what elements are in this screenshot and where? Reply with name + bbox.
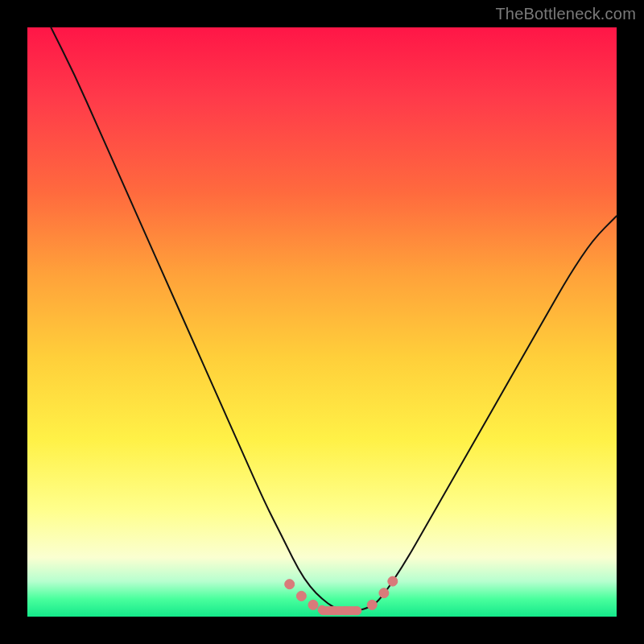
chart-frame: TheBottleneck.com <box>0 0 644 644</box>
curve-marker-dot <box>341 607 349 615</box>
curve-marker-dot <box>285 580 295 589</box>
curve-marker-dot <box>353 607 361 615</box>
watermark-text: TheBottleneck.com <box>495 5 636 23</box>
curve-marker-dot <box>308 600 318 609</box>
curve-markers <box>285 576 398 615</box>
bottleneck-curve-svg <box>27 27 617 617</box>
plot-area <box>27 27 617 617</box>
curve-marker-dot <box>318 605 326 613</box>
curve-marker-dot <box>330 607 338 615</box>
curve-marker-dot <box>296 591 306 601</box>
curve-marker-dot <box>388 576 398 586</box>
curve-marker-dot <box>367 600 377 609</box>
curve-marker-dot <box>379 588 389 598</box>
bottleneck-curve <box>51 27 617 611</box>
